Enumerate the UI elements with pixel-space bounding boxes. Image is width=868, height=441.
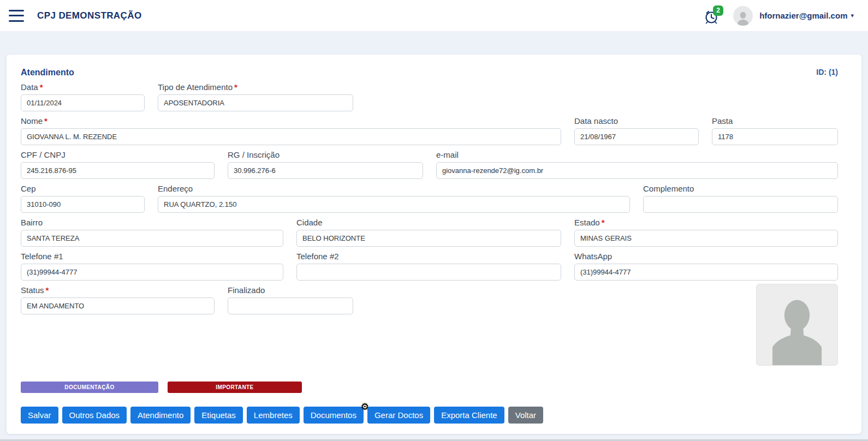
estado-input[interactable] xyxy=(574,230,838,247)
gerar-doctos-button[interactable]: Gerar Doctos xyxy=(367,407,430,424)
top-bar: CPJ DEMONSTRAÇÃO 2 hfornazier@gmail.com … xyxy=(0,0,868,31)
avatar[interactable] xyxy=(733,6,753,26)
field-tipo-atendimento: Tipo de Atendimento* xyxy=(158,82,353,111)
record-id: ID: (1) xyxy=(816,68,838,76)
field-cep: Cep xyxy=(21,184,145,213)
rg-inscricao-input[interactable] xyxy=(228,162,423,179)
field-finalizado: Finalizado xyxy=(228,285,353,314)
field-status: Status* xyxy=(21,285,215,314)
app-title: CPJ DEMONSTRAÇÃO xyxy=(37,10,142,21)
lembretes-button[interactable]: Lembretes xyxy=(247,407,300,424)
endereco-input[interactable] xyxy=(158,196,630,213)
telefone2-input[interactable] xyxy=(296,264,561,281)
person-silhouette-icon xyxy=(764,295,830,365)
field-data: Data* xyxy=(21,82,145,111)
field-estado: Estado* xyxy=(574,218,838,247)
page-title: Atendimento xyxy=(21,68,74,78)
user-menu[interactable]: hfornazier@gmail.com ▾ xyxy=(759,11,854,20)
outros-dados-button[interactable]: Outros Dados xyxy=(62,407,127,424)
cidade-input[interactable] xyxy=(296,230,561,247)
documentacao-tag-button[interactable]: DOCUMENTAÇÃO xyxy=(21,382,158,393)
field-email: e-mail xyxy=(436,150,838,179)
cep-input[interactable] xyxy=(21,196,145,213)
required-marker: * xyxy=(40,82,43,92)
cpf-cnpj-input[interactable] xyxy=(21,162,215,179)
atendimento-button[interactable]: Atendimento xyxy=(130,407,191,424)
atendimento-card: Atendimento ID: (1) Data* Tipo de Atendi… xyxy=(7,55,861,434)
field-telefone2: Telefone #2 xyxy=(296,252,561,281)
finalizado-input[interactable] xyxy=(228,297,353,314)
field-endereco: Endereço xyxy=(158,184,630,213)
required-marker: * xyxy=(602,218,605,227)
data-nascto-input[interactable] xyxy=(574,128,699,145)
hamburger-menu-icon[interactable] xyxy=(9,10,25,22)
field-cpf-cnpj: CPF / CNPJ xyxy=(21,150,215,179)
bairro-input[interactable] xyxy=(21,230,283,247)
whatsapp-input[interactable] xyxy=(574,264,838,281)
field-cidade: Cidade xyxy=(296,218,561,247)
person-silhouette-icon xyxy=(735,10,751,26)
tipo-atendimento-input[interactable] xyxy=(158,94,353,111)
exporta-cliente-button[interactable]: Exporta Cliente xyxy=(434,407,504,424)
telefone1-input[interactable] xyxy=(21,264,283,281)
action-bar: Salvar Outros Dados Atendimento Etiqueta… xyxy=(21,407,838,424)
user-email: hfornazier@gmail.com xyxy=(759,11,847,20)
salvar-button[interactable]: Salvar xyxy=(21,407,58,424)
chevron-down-icon: ▾ xyxy=(851,12,854,19)
data-input[interactable] xyxy=(21,94,145,111)
client-photo-placeholder[interactable] xyxy=(756,284,838,366)
field-telefone1: Telefone #1 xyxy=(21,252,283,281)
field-nome: Nome* xyxy=(21,116,561,145)
gear-icon[interactable]: ⚙ xyxy=(361,402,369,412)
required-marker: * xyxy=(46,285,49,295)
pasta-input[interactable] xyxy=(712,128,838,145)
required-marker: * xyxy=(44,116,47,126)
notifications-button[interactable]: 2 xyxy=(704,5,723,26)
tag-row: DOCUMENTAÇÃO IMPORTANTE xyxy=(21,382,838,393)
field-rg-inscricao: RG / Inscrição xyxy=(228,150,423,179)
complemento-input[interactable] xyxy=(643,196,838,213)
field-pasta: Pasta xyxy=(712,116,838,145)
documentos-button[interactable]: Documentos xyxy=(304,407,364,424)
email-input[interactable] xyxy=(436,162,838,179)
etiquetas-button[interactable]: Etiquetas xyxy=(194,407,243,424)
status-input[interactable] xyxy=(21,297,215,314)
required-marker: * xyxy=(234,82,237,92)
field-data-nascto: Data nascto xyxy=(574,116,699,145)
notification-count-badge: 2 xyxy=(713,5,723,16)
field-complemento: Complemento xyxy=(643,184,838,213)
field-whatsapp: WhatsApp xyxy=(574,252,838,281)
importante-tag-button[interactable]: IMPORTANTE xyxy=(168,382,302,393)
field-bairro: Bairro xyxy=(21,218,283,247)
nome-input[interactable] xyxy=(21,128,561,145)
voltar-button[interactable]: Voltar xyxy=(508,407,543,424)
